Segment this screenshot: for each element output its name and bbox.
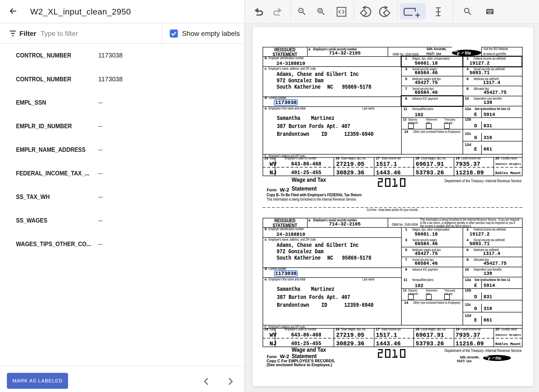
svg-text:file: file xyxy=(495,356,501,361)
svg-text:e: e xyxy=(488,355,490,361)
svg-text:e: e xyxy=(457,50,460,56)
svg-text:file: file xyxy=(465,51,471,56)
